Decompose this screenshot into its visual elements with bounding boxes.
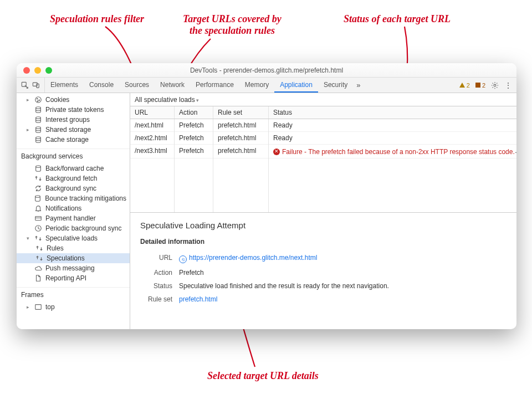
table-row[interactable]: /next3.htmlPrefetchprefetch.html✕Failure… [130, 145, 516, 158]
table-row[interactable]: /next.htmlPrefetchprefetch.htmlReady [130, 119, 516, 132]
sidebar-item-speculative-loads[interactable]: ▾Speculative loads [17, 233, 130, 243]
transfer-icon [35, 254, 43, 262]
svg-point-6 [39, 100, 39, 100]
detail-url-link[interactable]: https://prerender-demos.glitch.me/next.h… [189, 254, 317, 262]
tab-console[interactable]: Console [84, 78, 119, 93]
annotation-filter: Speculation rules filter [50, 13, 144, 25]
sidebar-item-push-messaging[interactable]: Push messaging [17, 263, 130, 273]
link-icon: ⎋ [179, 255, 187, 263]
tab-memory[interactable]: Memory [239, 78, 274, 93]
database-icon [34, 126, 42, 134]
minimize-icon[interactable] [34, 67, 41, 74]
annotation-targets: Target URLs covered by the speculation r… [183, 13, 282, 37]
tab-bar: ElementsConsoleSourcesNetworkPerformance… [17, 78, 516, 93]
col-status[interactable]: Status [269, 106, 516, 119]
col-url[interactable]: URL [130, 106, 175, 119]
col-ruleset[interactable]: Rule set [213, 106, 269, 119]
svg-point-10 [36, 127, 41, 129]
sidebar-item-rules[interactable]: Rules [17, 243, 130, 253]
frame-icon [34, 303, 42, 311]
database-icon [34, 106, 42, 114]
svg-point-9 [36, 117, 41, 119]
sidebar-item-top-frame[interactable]: ▸top [17, 302, 130, 312]
sidebar-item-interest-groups[interactable]: Interest groups [17, 115, 130, 125]
zoom-icon[interactable] [45, 67, 52, 74]
sidebar-item-payment-handler[interactable]: Payment handler [17, 213, 130, 223]
cell-action: Prefetch [175, 119, 213, 131]
titlebar: DevTools - prerender-demos.glitch.me/pre… [17, 63, 516, 78]
cell-status: Ready [269, 119, 516, 131]
inspect-icon[interactable] [21, 81, 29, 89]
sidebar-item-background-fetch[interactable]: Background fetch [17, 173, 130, 183]
settings-icon[interactable] [491, 81, 499, 89]
warnings-badge[interactable]: 2 [459, 82, 470, 89]
svg-point-7 [37, 101, 38, 101]
close-icon[interactable] [23, 67, 30, 74]
tab-performance[interactable]: Performance [190, 78, 239, 93]
issues-icon [475, 83, 480, 88]
detail-label-status: Status [140, 282, 172, 290]
more-icon[interactable]: ⋮ [504, 81, 512, 90]
transfer-icon [34, 175, 42, 182]
speculations-table: URL Action Rule set Status /next.htmlPre… [130, 106, 516, 213]
details-pane: Speculative Loading Attempt Detailed inf… [130, 213, 516, 329]
database-icon [34, 136, 42, 144]
svg-point-8 [36, 107, 41, 109]
cookie-icon [34, 96, 42, 104]
col-action[interactable]: Action [175, 106, 213, 119]
svg-point-12 [36, 166, 41, 168]
sidebar-item-bounce-tracking[interactable]: Bounce tracking mitigations [17, 193, 130, 203]
sidebar-item-cache-storage[interactable]: Cache storage [17, 135, 130, 145]
clock-icon [34, 224, 42, 232]
cell-ruleset: prefetch.html [213, 132, 269, 144]
detail-label-url: URL [140, 254, 172, 263]
sidebar-item-background-sync[interactable]: Background sync [17, 183, 130, 193]
warning-icon [459, 83, 465, 88]
sidebar-item-notifications[interactable]: Notifications [17, 203, 130, 213]
database-icon [34, 116, 42, 124]
svg-point-3 [494, 84, 496, 86]
main-panel: All speculative loads URL Action Rule se… [130, 93, 516, 329]
tab-network[interactable]: Network [155, 78, 190, 93]
table-header: URL Action Rule set Status [130, 106, 516, 119]
detail-status: Speculative load finished and the result… [179, 282, 507, 290]
cell-ruleset: prefetch.html [213, 119, 269, 131]
device-toolbar-icon[interactable] [32, 81, 40, 89]
svg-point-5 [37, 99, 38, 99]
tab-elements[interactable]: Elements [45, 78, 84, 93]
transfer-icon [35, 244, 43, 252]
svg-point-13 [35, 196, 40, 198]
cell-ruleset: prefetch.html [213, 145, 269, 158]
cell-status: Ready [269, 132, 516, 144]
detail-ruleset-link[interactable]: prefetch.html [179, 295, 217, 303]
document-icon [34, 274, 42, 282]
cell-status: ✕Failure - The prefetch failed because o… [269, 145, 516, 158]
detail-label-action: Action [140, 269, 172, 277]
database-icon [34, 165, 42, 172]
sidebar-item-private-tokens[interactable]: Private state tokens [17, 105, 130, 115]
tab-sources[interactable]: Sources [119, 78, 155, 93]
svg-rect-14 [35, 217, 42, 221]
cell-url: /next.html [130, 119, 175, 131]
annotation-status: Status of each target URL [344, 13, 451, 25]
sidebar-item-speculations[interactable]: Speculations [17, 253, 130, 263]
detail-label-ruleset: Rule set [140, 295, 172, 303]
svg-point-4 [35, 97, 42, 103]
tabs-overflow-icon[interactable]: » [353, 81, 364, 89]
table-row[interactable]: /next2.htmlPrefetchprefetch.htmlReady [130, 132, 516, 145]
issues-badge[interactable]: 2 [475, 82, 485, 89]
error-icon: ✕ [273, 149, 280, 155]
sidebar-item-periodic-sync[interactable]: Periodic background sync [17, 223, 130, 233]
devtools-window: DevTools - prerender-demos.glitch.me/pre… [17, 63, 516, 329]
sidebar-item-reporting-api[interactable]: Reporting API [17, 273, 130, 283]
cell-action: Prefetch [175, 132, 213, 144]
sidebar-item-cookies[interactable]: ▸Cookies [17, 95, 130, 105]
card-icon [34, 214, 42, 222]
sidebar-item-shared-storage[interactable]: ▸Shared storage [17, 125, 130, 135]
tab-application[interactable]: Application [274, 78, 318, 93]
sidebar-header-background-services: Background services [17, 149, 130, 162]
tab-security[interactable]: Security [318, 78, 353, 93]
details-section-header: Detailed information [140, 238, 507, 245]
sidebar-item-bfcache[interactable]: Back/forward cache [17, 163, 130, 173]
speculation-filter-dropdown[interactable]: All speculative loads [135, 96, 199, 104]
